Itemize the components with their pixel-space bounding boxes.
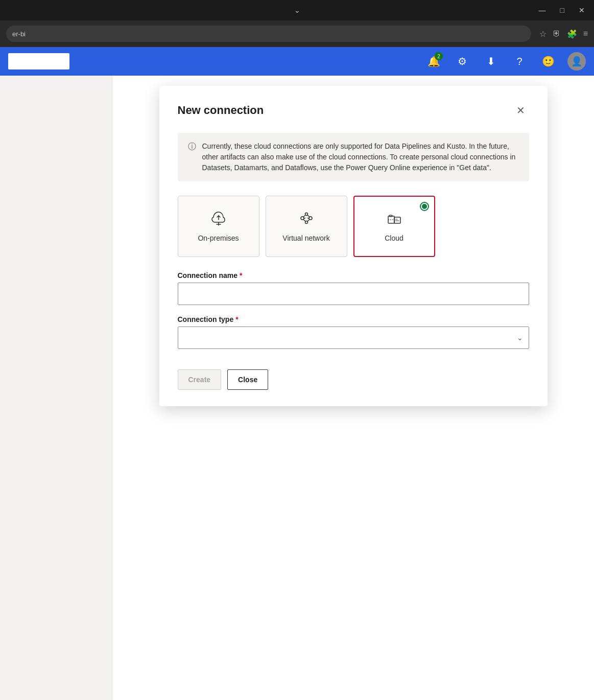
cloud-label: Cloud — [385, 234, 403, 243]
feedback-button[interactable]: 🙂 — [539, 52, 557, 71]
main-layout: New connection ✕ ⓘ Currently, these clou… — [0, 76, 594, 700]
browser-navbar: er-bi ☆ ⛨ 🧩 ≡ — [0, 20, 594, 47]
info-text: Currently, these cloud connections are o… — [202, 141, 519, 173]
download-icon: ⬇ — [487, 55, 495, 67]
download-button[interactable]: ⬇ — [482, 52, 500, 71]
modal-footer: Create Close — [178, 369, 529, 390]
settings-icon: ⚙ — [458, 55, 467, 67]
new-connection-modal: New connection ✕ ⓘ Currently, these clou… — [159, 86, 548, 406]
modal-title: New connection — [178, 104, 264, 117]
user-avatar-button[interactable]: 👤 — [567, 52, 586, 71]
bookmark-icon[interactable]: ☆ — [539, 29, 547, 39]
on-premises-icon — [210, 210, 227, 228]
app-header: 🔔 2 ⚙ ⬇ ? 🙂 👤 — [0, 47, 594, 76]
close-button[interactable]: Close — [227, 369, 268, 390]
close-btn[interactable]: ✕ — [576, 5, 588, 15]
connection-type-row: On-premises — [178, 196, 529, 257]
header-logo-area — [8, 53, 69, 69]
connection-type-select-wrapper: ⌄ — [178, 326, 529, 349]
sidebar — [0, 76, 112, 700]
help-icon: ? — [516, 56, 522, 67]
on-premises-label: On-premises — [198, 234, 239, 243]
modal-close-button[interactable]: ✕ — [513, 102, 529, 119]
avatar-icon: 👤 — [571, 56, 582, 67]
connection-type-label: Connection type * — [178, 315, 529, 323]
on-premises-card[interactable]: On-premises — [178, 196, 259, 257]
shield-icon[interactable]: ⛨ — [553, 29, 561, 38]
cloud-icon — [386, 210, 402, 228]
virtual-network-label: Virtual network — [282, 234, 329, 243]
radio-inner-dot — [422, 204, 427, 209]
connection-name-field: Connection name * — [178, 271, 529, 305]
cloud-radio-selected — [420, 202, 429, 211]
address-bar[interactable]: er-bi — [6, 26, 531, 42]
notification-badge: 2 — [435, 52, 443, 60]
connection-type-select[interactable] — [178, 326, 529, 349]
notification-bell-button[interactable]: 🔔 2 — [424, 52, 443, 71]
address-text: er-bi — [12, 30, 26, 38]
close-icon: ✕ — [516, 104, 525, 116]
connection-name-required: * — [240, 271, 242, 279]
settings-button[interactable]: ⚙ — [453, 52, 471, 71]
cloud-card[interactable]: Cloud — [353, 196, 435, 257]
puzzle-icon[interactable]: 🧩 — [567, 29, 577, 39]
maximize-btn[interactable]: □ — [557, 5, 567, 15]
content-area: New connection ✕ ⓘ Currently, these clou… — [112, 76, 594, 700]
virtual-network-card[interactable]: Virtual network — [266, 196, 347, 257]
menu-icon[interactable]: ≡ — [583, 29, 588, 38]
connection-name-input[interactable] — [178, 283, 529, 305]
modal-header: New connection ✕ — [178, 102, 529, 119]
chevron-down-btn[interactable]: ⌄ — [291, 5, 303, 15]
create-button[interactable]: Create — [178, 369, 222, 390]
connection-type-field: Connection type * ⌄ — [178, 315, 529, 349]
connection-name-label: Connection name * — [178, 271, 529, 279]
virtual-network-icon — [298, 210, 315, 228]
modal-overlay: New connection ✕ ⓘ Currently, these clou… — [112, 76, 594, 700]
info-icon: ⓘ — [188, 142, 196, 173]
minimize-btn[interactable]: — — [536, 5, 549, 15]
connection-type-required: * — [235, 315, 238, 323]
info-box: ⓘ Currently, these cloud connections are… — [178, 133, 529, 181]
help-button[interactable]: ? — [510, 52, 529, 71]
browser-titlebar: ⌄ — □ ✕ — [0, 0, 594, 20]
feedback-icon: 🙂 — [542, 55, 555, 67]
svg-rect-6 — [394, 217, 400, 223]
